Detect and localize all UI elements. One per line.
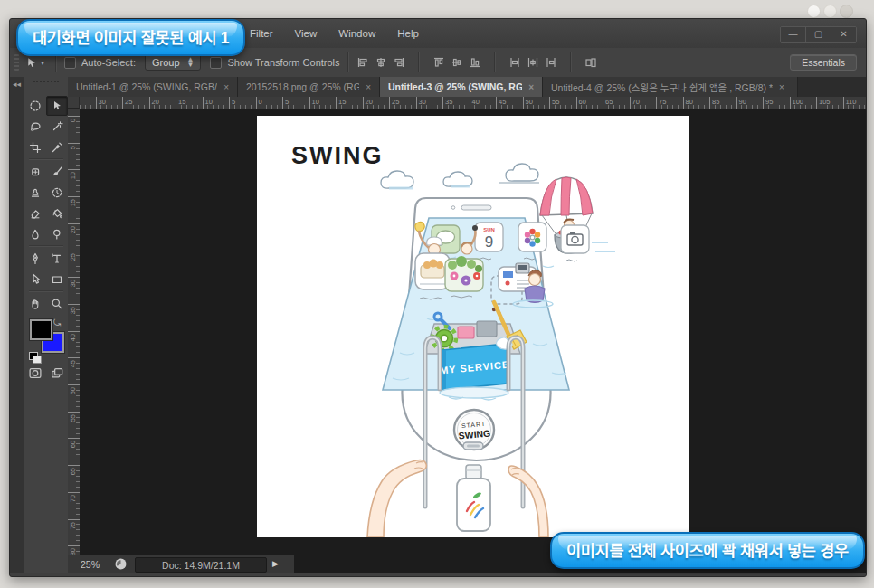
rectangle-tool[interactable] <box>47 270 67 289</box>
pen-tool[interactable] <box>25 250 45 268</box>
close-button[interactable]: ✕ <box>831 27 856 42</box>
ruler-label: 110 <box>846 99 857 106</box>
frame-dot-1[interactable] <box>807 5 821 18</box>
menu-item-view[interactable]: View <box>295 28 318 39</box>
tab-close-icon[interactable]: × <box>779 82 784 92</box>
healing-brush-tool[interactable] <box>25 163 45 181</box>
clone-stamp-tool[interactable] <box>25 184 45 202</box>
ruler-major-tick <box>68 277 80 278</box>
ruler-major-tick <box>336 97 337 109</box>
swap-colors-icon[interactable]: ⤿ <box>53 318 61 328</box>
screen-mode-icon[interactable] <box>50 366 64 384</box>
distribute-left-edges-button[interactable] <box>508 56 521 69</box>
elliptical-marquee-tool-icon <box>29 100 42 112</box>
auto-align-layers-button[interactable] <box>584 56 597 69</box>
zoom-level-field[interactable]: 25% <box>81 559 100 570</box>
type-tool[interactable] <box>47 250 67 268</box>
eyedropper-tool[interactable] <box>47 138 67 156</box>
ruler-major-tick <box>176 97 176 109</box>
paint-bucket-tool[interactable] <box>47 204 67 223</box>
calendar-app-icon: SUN 9 <box>475 223 503 251</box>
tab-close-icon[interactable]: × <box>366 82 371 92</box>
ruler-label: 20 <box>152 99 159 106</box>
hand-tool[interactable] <box>25 295 45 313</box>
ruler-major-tick <box>68 519 80 520</box>
align-right-edges-button[interactable] <box>393 56 405 69</box>
elliptical-marquee-tool[interactable] <box>25 97 45 115</box>
tab-close-icon[interactable]: × <box>528 82 534 92</box>
path-selection-tool-icon <box>29 273 42 286</box>
minimize-button[interactable]: — <box>781 27 806 42</box>
ruler-label: 100 <box>793 99 804 106</box>
ruler-major-tick <box>68 412 80 413</box>
tab-label: Untitled-4 @ 25% (스윙은 누구나 쉽게 앱을 , RGB/8)… <box>551 81 773 94</box>
auto-select-checkbox[interactable] <box>64 57 76 69</box>
lasso-tool[interactable] <box>25 118 45 136</box>
default-colors-icon[interactable] <box>29 352 38 360</box>
eraser-tool[interactable] <box>25 204 45 223</box>
ruler-label: 50 <box>526 99 533 106</box>
ruler-major-tick <box>389 97 390 109</box>
workspace-essentials-button[interactable]: Essentials <box>790 54 857 71</box>
crop-tool[interactable] <box>25 138 45 156</box>
collapse-panel-icon[interactable]: ◂◂ <box>13 80 21 89</box>
doc-size-indicator[interactable]: Doc: 14.9M/21.1M <box>135 557 267 573</box>
group-select[interactable]: Group ▲▼ <box>145 54 202 71</box>
tools-grip-icon[interactable] <box>33 81 59 90</box>
maximize-button[interactable]: ▢ <box>806 27 831 42</box>
align-left-edges-button[interactable] <box>356 56 369 69</box>
auto-align-layers-icon <box>584 56 597 69</box>
align-vertical-centers-button[interactable] <box>451 56 463 69</box>
horizontal-ruler[interactable]: 3025201510505101520253035404550556065707… <box>80 97 866 109</box>
vertical-ruler[interactable]: 05101520253035404550556065707580 <box>68 109 81 555</box>
svg-text:9: 9 <box>485 233 493 251</box>
move-tool[interactable] <box>46 96 68 116</box>
path-selection-tool[interactable] <box>25 270 45 289</box>
distribute-right-edges-button[interactable] <box>545 56 557 69</box>
ruler-label: 80 <box>70 548 77 555</box>
crop-tool-icon <box>29 141 42 154</box>
foreground-color-swatch[interactable] <box>30 319 52 340</box>
blur-tool[interactable] <box>25 225 45 243</box>
ruler-label: 65 <box>70 468 77 475</box>
brush-tool[interactable] <box>47 163 67 181</box>
tools-divider <box>29 245 63 247</box>
document-tab-4[interactable]: Untitled-4 @ 25% (스윙은 누구나 쉽게 앱을 , RGB/8)… <box>543 77 798 97</box>
zoom-tool[interactable] <box>47 295 67 313</box>
magic-wand-tool[interactable] <box>47 118 67 136</box>
ruler-label: 15 <box>70 199 77 206</box>
align-top-edges-button[interactable] <box>432 56 445 69</box>
ruler-label: 55 <box>70 414 77 422</box>
ruler-major-tick <box>843 97 844 109</box>
distribute-horizontal-centers-button[interactable] <box>527 56 539 69</box>
ruler-label: 60 <box>70 441 77 448</box>
frame-dot-2[interactable] <box>823 5 837 18</box>
quick-mask-icon[interactable] <box>28 366 43 384</box>
frame-dot-3[interactable] <box>840 5 853 18</box>
menu-item-help[interactable]: Help <box>397 28 419 39</box>
menu-item-window[interactable]: Window <box>338 28 375 39</box>
current-tool-button[interactable]: ▾ <box>24 56 44 70</box>
menu-item-filter[interactable]: Filter <box>250 28 273 39</box>
artboard[interactable]: SWING <box>257 116 689 537</box>
status-flyout-arrow-icon[interactable]: ▶ <box>272 559 279 568</box>
document-tab-3[interactable]: Untitled-3 @ 25% (SWING, RGB/8) *× <box>380 77 543 97</box>
ruler-label: 40 <box>472 99 480 106</box>
document-tab-2[interactable]: 20152518.png @ 25% (RGB/8) *× <box>238 77 380 97</box>
history-brush-tool[interactable] <box>47 184 67 202</box>
ruler-corner[interactable] <box>68 97 80 109</box>
tab-close-icon[interactable]: × <box>223 82 229 92</box>
document-tab-1[interactable]: Untitled-1 @ 25% (SWING, RGB/8) *× <box>68 77 238 97</box>
ruler-label: 5 <box>285 99 289 106</box>
magic-wand-tool-icon <box>51 120 63 133</box>
show-transform-checkbox[interactable] <box>210 57 222 69</box>
ruler-major-tick <box>416 97 417 109</box>
dodge-tool[interactable] <box>47 225 67 243</box>
brush-tool-icon <box>51 166 63 178</box>
align-bottom-edges-button[interactable] <box>469 56 481 69</box>
ruler-major-tick <box>656 97 657 109</box>
tools-divider <box>29 290 63 292</box>
charging-port <box>463 442 483 450</box>
align-horizontal-centers-button[interactable] <box>375 56 387 69</box>
divider <box>418 52 420 72</box>
